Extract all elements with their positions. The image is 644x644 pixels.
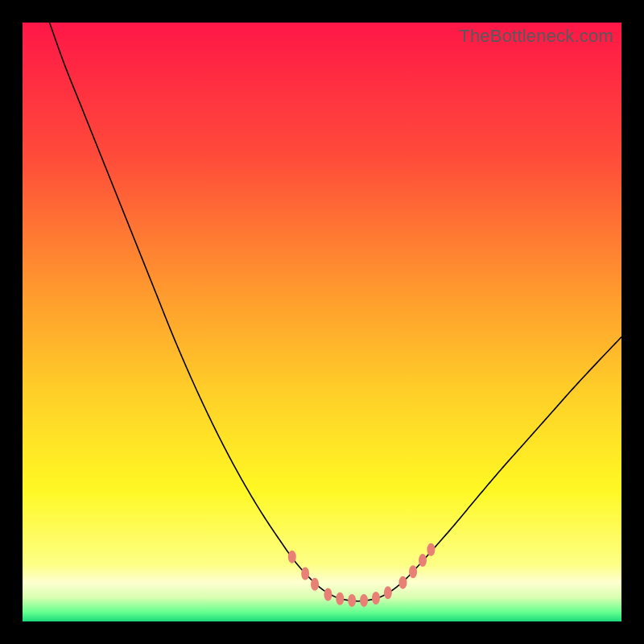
chart-svg xyxy=(23,23,621,621)
highlight-dot xyxy=(301,567,309,580)
highlight-dot xyxy=(311,578,319,591)
highlight-dot xyxy=(384,586,392,599)
highlight-dot xyxy=(419,554,427,567)
highlight-dot xyxy=(336,592,344,605)
watermark-text: TheBottleneck.com xyxy=(459,26,613,47)
highlight-dot xyxy=(427,543,435,556)
gradient-background xyxy=(23,23,621,621)
plot-area: TheBottleneck.com xyxy=(23,23,621,621)
highlight-dot xyxy=(398,576,407,589)
highlight-dot xyxy=(372,592,380,605)
chart-frame: TheBottleneck.com xyxy=(0,0,644,644)
highlight-dot xyxy=(324,588,332,601)
highlight-dot xyxy=(360,594,368,607)
highlight-dot xyxy=(348,594,356,607)
highlight-dot xyxy=(288,551,296,564)
highlight-dot xyxy=(409,565,417,578)
